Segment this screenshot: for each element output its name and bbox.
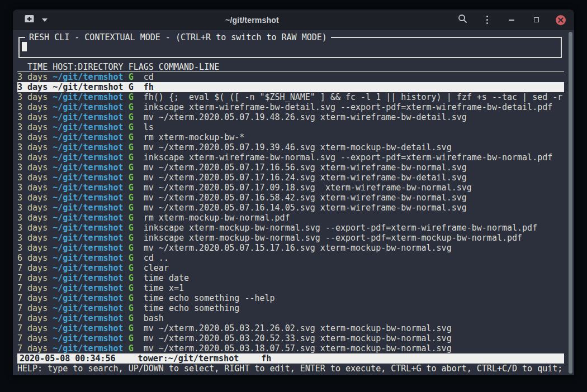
row-time: 3 days	[17, 193, 53, 203]
row-time: 3 days	[17, 82, 53, 92]
row-time: 3 days	[17, 243, 53, 253]
history-row[interactable]: 3 days ~/git/termshot G mv ~/xterm.2020.…	[17, 183, 564, 193]
row-command: ls	[144, 122, 154, 132]
row-flags: G	[124, 183, 144, 193]
history-row[interactable]: 3 days ~/git/termshot G mv ~/xterm.2020.…	[17, 162, 564, 173]
row-command: mv ~/xterm.2020.05.07.19.39.46.svg xterm…	[144, 142, 452, 152]
row-time: 3 days	[17, 112, 53, 122]
history-row[interactable]: 3 days ~/git/termshot G mv ~/xterm.2020.…	[17, 193, 564, 203]
new-tab-dropdown-icon[interactable]	[42, 18, 48, 22]
minimize-button[interactable]	[506, 15, 517, 26]
row-flags: G	[124, 122, 144, 132]
row-command: time x=1	[144, 283, 184, 293]
row-flags: G	[124, 92, 144, 102]
row-flags: G	[124, 203, 144, 213]
close-button[interactable]	[555, 15, 566, 26]
row-command: mv ~/xterm.2020.05.07.15.17.16.svg xterm…	[144, 243, 452, 253]
row-directory: ~/git/termshot	[53, 142, 123, 152]
history-row[interactable]: 7 days ~/git/termshot G bash	[17, 313, 564, 323]
terminal-content: RESH CLI - CONTEXTUAL MODE - (CTRL+R to …	[13, 30, 574, 375]
menu-button[interactable]	[481, 15, 493, 26]
history-row[interactable]: 7 days ~/git/termshot G time date	[17, 273, 564, 283]
row-time: 3 days	[17, 223, 53, 233]
history-row[interactable]: 3 days ~/git/termshot G mv ~/xterm.2020.…	[17, 203, 564, 213]
row-time: 7 days	[17, 273, 53, 283]
row-command: mv ~/xterm.2020.05.03.21.26.02.svg xterm…	[144, 323, 452, 333]
row-time: 3 days	[17, 72, 53, 82]
history-row[interactable]: 7 days ~/git/termshot G mv ~/xterm.2020.…	[17, 323, 564, 333]
history-row[interactable]: 3 days ~/git/termshot G mv ~/xterm.2020.…	[17, 243, 564, 253]
resh-search-box[interactable]: RESH CLI - CONTEXTUAL MODE - (CTRL+R to …	[18, 37, 562, 58]
search-icon	[458, 14, 467, 26]
window-title: ~/git/termshot	[48, 16, 457, 25]
row-directory: ~/git/termshot	[53, 112, 123, 122]
row-directory: ~/git/termshot	[53, 273, 123, 283]
history-row[interactable]: 7 days ~/git/termshot G mv ~/xterm.2020.…	[17, 333, 564, 343]
row-directory: ~/git/termshot	[53, 203, 123, 213]
history-row[interactable]: 3 days ~/git/termshot G inkscape xterm-w…	[17, 102, 564, 112]
history-row[interactable]: 3 days ~/git/termshot G fh() {; eval $( …	[17, 92, 564, 102]
history-row[interactable]: 7 days ~/git/termshot G clear	[17, 263, 564, 273]
row-command: rm xterm-mockup-bw-*	[144, 132, 245, 142]
row-time: 3 days	[17, 92, 53, 102]
row-directory: ~/git/termshot	[53, 303, 123, 313]
row-command: mv ~/xterm.2020.05.03.18.07.57.svg xterm…	[144, 343, 452, 353]
search-button[interactable]	[457, 15, 468, 26]
row-time: 3 days	[17, 213, 53, 223]
history-row[interactable]: 7 days ~/git/termshot G time x=1	[17, 283, 564, 293]
history-table-header: TIME HOST:DIRECTORY FLAGS COMMAND-LINE	[17, 62, 564, 72]
history-row[interactable]: 3 days ~/git/termshot G mv ~/xterm.2020.…	[17, 142, 564, 152]
row-flags: G	[124, 253, 144, 263]
text-cursor	[22, 42, 27, 51]
row-flags: G	[124, 132, 144, 142]
history-row[interactable]: 3 days ~/git/termshot G mv ~/xterm.2020.…	[17, 112, 564, 122]
row-flags: G	[124, 283, 144, 293]
history-row[interactable]: 3 days ~/git/termshot G rm xterm-mockup-…	[17, 132, 564, 142]
history-row[interactable]: 3 days ~/git/termshot G ls	[17, 122, 564, 132]
row-directory: ~/git/termshot	[53, 122, 123, 132]
row-directory: ~/git/termshot	[53, 213, 123, 223]
scrollbar[interactable]	[569, 32, 572, 374]
row-flags: G	[124, 152, 144, 162]
row-command: time date	[144, 273, 189, 283]
status-timestamp: 2020-05-08 00:34:56	[20, 353, 116, 364]
titlebar[interactable]: ~/git/termshot	[13, 9, 574, 30]
row-time: 3 days	[17, 132, 53, 142]
row-time: 3 days	[17, 203, 53, 213]
row-flags: G	[124, 243, 144, 253]
row-command: mv ~/xterm.2020.05.07.17.16.56.svg xterm…	[144, 162, 467, 173]
history-row[interactable]: 6 days ~/git/termshot G cd ..	[17, 253, 564, 263]
row-time: 7 days	[17, 263, 53, 273]
row-command: bash	[144, 313, 164, 323]
restore-button[interactable]	[531, 15, 542, 26]
status-bar: 2020-05-08 00:34:56tower:~/git/termshotf…	[17, 353, 564, 364]
row-flags: G	[124, 343, 144, 353]
row-command: rm xterm-mockup-bw-normal.pdf	[144, 213, 290, 223]
row-time: 3 days	[17, 233, 53, 243]
history-row[interactable]: 7 days ~/git/termshot G mv ~/xterm.2020.…	[17, 343, 564, 353]
row-directory: ~/git/termshot	[53, 343, 123, 353]
row-command: time echo something	[144, 303, 240, 313]
history-row[interactable]: 3 days ~/git/termshot G cd	[17, 72, 564, 82]
row-time: 7 days	[17, 343, 53, 353]
minimize-icon	[509, 20, 514, 21]
row-command: time echo something --help	[144, 293, 275, 303]
new-tab-button[interactable]	[23, 14, 35, 26]
row-flags: G	[124, 112, 144, 122]
row-directory: ~/git/termshot	[53, 263, 123, 273]
row-flags: G	[124, 323, 144, 333]
row-flags: G	[124, 333, 144, 343]
history-row[interactable]: 7 days ~/git/termshot G time echo someth…	[17, 303, 564, 313]
history-row[interactable]: 7 days ~/git/termshot G time echo someth…	[17, 293, 564, 303]
history-row[interactable]: 3 days ~/git/termshot G inkscape xterm-m…	[17, 223, 564, 233]
row-command: inkscape xterm-mockup-bw-normal.svg --ex…	[144, 233, 522, 243]
history-row[interactable]: 3 days ~/git/termshot G rm xterm-mockup-…	[17, 213, 564, 223]
history-row[interactable]: 3 days ~/git/termshot G inkscape xterm-m…	[17, 233, 564, 243]
row-directory: ~/git/termshot	[53, 193, 123, 203]
row-command: mv ~/xterm.2020.05.03.20.52.33.svg xterm…	[144, 333, 452, 343]
row-flags: G	[124, 293, 144, 303]
history-row[interactable]: 3 days ~/git/termshot G fh	[17, 82, 564, 92]
row-command: inkscape xterm-wireframe-bw-normal.svg -…	[144, 152, 553, 162]
history-row[interactable]: 3 days ~/git/termshot G inkscape xterm-w…	[17, 152, 564, 162]
history-row[interactable]: 3 days ~/git/termshot G mv ~/xterm.2020.…	[17, 173, 564, 183]
